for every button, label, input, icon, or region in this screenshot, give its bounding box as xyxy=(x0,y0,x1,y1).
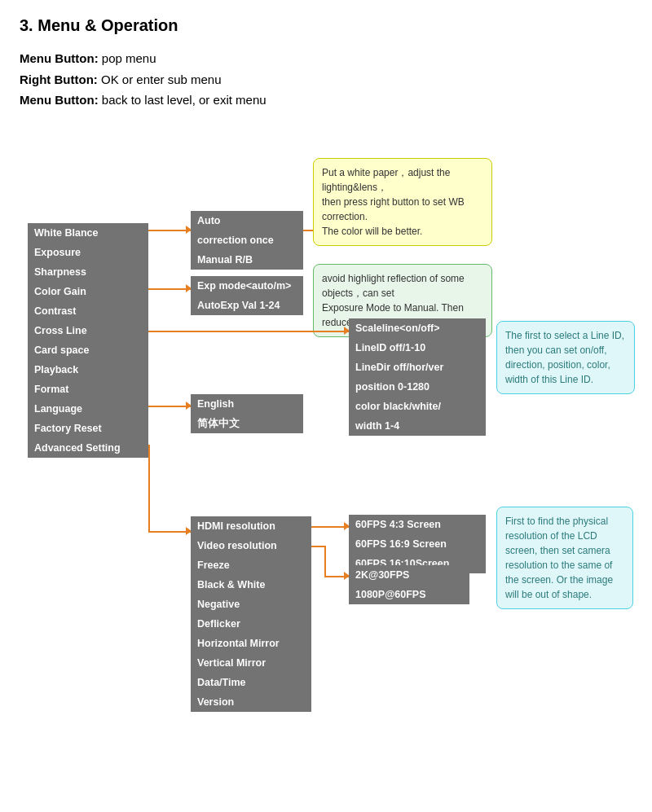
submenu-hdmi-res: HDMI resolution xyxy=(191,516,311,537)
callout-advanced: First to find the physical resolution of… xyxy=(496,507,633,609)
submenu-english: English xyxy=(191,394,303,415)
submenu-horiz-mirror: Horizontal Mirror xyxy=(191,634,311,654)
submenu-width: width 1-4 xyxy=(349,416,486,437)
submenu-2k30fps: 2K@30FPS xyxy=(349,565,469,586)
menu-item-sharpness: Sharpness xyxy=(28,262,148,283)
menu-item-factory-reset: Factory Reset xyxy=(28,419,148,439)
callout-crossline: The first to select a Line ID, then you … xyxy=(496,321,635,394)
submenu-datetime: Data/Time xyxy=(191,673,311,693)
submenu-version: Version xyxy=(191,692,311,713)
submenu-exp-mode: Exp mode<auto/m> xyxy=(191,276,303,296)
submenu-60fps-43: 60FPS 4:3 Screen xyxy=(349,515,486,535)
submenu-deflicker: Deflicker xyxy=(191,614,311,634)
submenu-vert-mirror: Vertical Mirror xyxy=(191,653,311,674)
submenu-autoexp-val: AutoExp Val 1-24 xyxy=(191,296,303,316)
submenu-1080p60fps: 1080P@60FPS xyxy=(349,585,469,605)
submenu-scaleline: Scaleline<on/off> xyxy=(349,318,486,339)
menu-item-contrast: Contrast xyxy=(28,301,148,322)
submenu-60fps-169: 60FPS 16:9 Screen xyxy=(349,534,486,555)
menu-item-exposure: Exposure xyxy=(28,243,148,263)
callout-wb: Put a white paper，adjust the lighting&le… xyxy=(313,158,492,246)
submenu-linedir: LineDir off/hor/ver xyxy=(349,358,486,378)
menu-item-playback: Playback xyxy=(28,360,148,380)
menu-item-card-space: Card space xyxy=(28,340,148,361)
submenu-wb-auto: Auto xyxy=(191,211,303,231)
diagram: White Blance Exposure Sharpness Color Ga… xyxy=(20,125,639,761)
submenu-wb-manual: Manual R/B xyxy=(191,250,303,270)
menu-item-cross-line: Cross Line xyxy=(28,321,148,341)
submenu-chinese: 简体中文 xyxy=(191,414,303,434)
submenu-black-white: Black & White xyxy=(191,575,311,595)
menu-item-white-blance: White Blance xyxy=(28,223,148,244)
menu-item-advanced-setting: Advanced Setting xyxy=(28,438,148,459)
submenu-negative: Negative xyxy=(191,595,311,615)
submenu-video-res: Video resolution xyxy=(191,536,311,556)
submenu-position: position 0-1280 xyxy=(349,377,486,397)
submenu-color: color black/white/ xyxy=(349,397,486,417)
intro-text: Menu Button: pop menu Right Button: OK o… xyxy=(20,48,632,111)
menu-item-color-gain: Color Gain xyxy=(28,282,148,302)
menu-item-format: Format xyxy=(28,380,148,400)
page-title: 3. Menu & Operation xyxy=(20,16,632,35)
submenu-wb-correction: correction once xyxy=(191,230,303,251)
submenu-lineid: LineID off/1-10 xyxy=(349,338,486,358)
submenu-freeze: Freeze xyxy=(191,555,311,576)
menu-item-language: Language xyxy=(28,399,148,419)
